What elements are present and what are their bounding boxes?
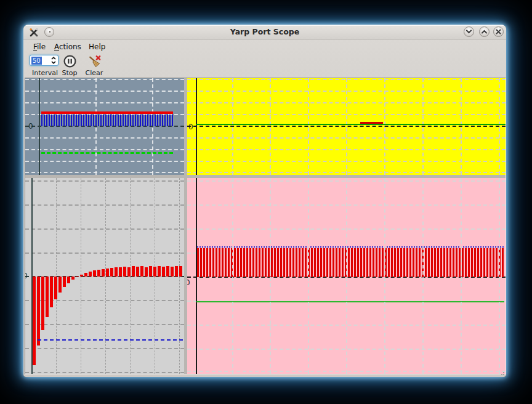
menu-item-help[interactable]: Help: [86, 42, 108, 52]
series-red-line: [41, 111, 173, 114]
bar: [119, 267, 122, 277]
h-gridline: [25, 161, 184, 162]
titlebar[interactable]: Yarp Port Scope: [23, 25, 506, 40]
bar: [127, 267, 131, 277]
v-gridline: [384, 178, 385, 374]
interval-label: Interval: [32, 69, 58, 77]
series-red-segment: [360, 122, 383, 124]
h-gridline: [25, 172, 184, 173]
close-icon: [494, 27, 503, 36]
bar: [58, 277, 62, 293]
bar: [76, 277, 79, 277]
interval-value: 50: [31, 57, 42, 65]
bar: [50, 277, 53, 307]
menu-item-file[interactable]: File: [30, 42, 49, 52]
stop-button[interactable]: Stop: [58, 54, 81, 77]
h-gridline: [25, 149, 184, 150]
bar: [140, 266, 143, 277]
h-gridline: [25, 79, 184, 80]
minimize-button[interactable]: [464, 26, 474, 37]
maximize-button[interactable]: [479, 26, 490, 37]
bar: [80, 275, 83, 277]
bar: [89, 272, 92, 277]
clear-label: Clear: [86, 69, 103, 77]
h-gridline: [25, 372, 184, 373]
zero-axis-label: 0: [25, 272, 28, 280]
h-gridline: [25, 252, 184, 254]
bar: [123, 267, 126, 277]
close-button[interactable]: [493, 26, 504, 37]
bar: [145, 267, 148, 277]
plot-bottom-left: 0: [25, 178, 184, 374]
chevron-up-icon: [480, 27, 489, 36]
toolbar: 50 Interval Stop: [23, 53, 506, 78]
h-gridline: [25, 324, 184, 325]
y-axis-line: [39, 78, 40, 175]
v-gridline: [232, 178, 233, 374]
v-gridline: [461, 178, 462, 374]
plot-bottom-right: 0: [187, 178, 506, 374]
v-gridline: [499, 178, 500, 374]
y-axis-line: [196, 78, 197, 175]
bar: [162, 267, 165, 277]
menu-item-actions[interactable]: Actions: [51, 42, 84, 52]
window-title: Yarp Port Scope: [23, 27, 506, 36]
zero-axis-label: 0: [188, 123, 193, 131]
bar: [136, 267, 139, 277]
h-gridline: [25, 204, 184, 206]
series-blue-comb: [41, 115, 173, 126]
bar: [37, 277, 40, 345]
h-gridline: [25, 102, 184, 103]
h-gridline: [25, 91, 184, 92]
series-green-line: [196, 124, 506, 125]
h-gridline: [25, 348, 184, 349]
bar: [54, 277, 57, 299]
zero-line: [187, 126, 506, 127]
broom-icon: [87, 54, 102, 68]
h-gridline: [25, 180, 184, 182]
bar: [166, 266, 169, 277]
zero-axis-label: 0: [187, 278, 190, 287]
stop-label: Stop: [62, 69, 77, 77]
bar: [158, 266, 161, 277]
pause-circle-icon: [63, 54, 77, 68]
series-blue-dotted-line: [197, 246, 504, 248]
chevron-down-icon: [464, 27, 474, 36]
series-green-line: [41, 152, 173, 154]
zero-axis-label: 0: [28, 122, 33, 131]
v-gridline: [346, 178, 347, 374]
series-red-comb: [197, 248, 504, 277]
plot-top-right: 0: [187, 78, 506, 175]
bar: [46, 277, 49, 317]
bar: [33, 277, 36, 365]
v-gridline: [422, 178, 424, 374]
bar: [63, 277, 66, 287]
bar: [106, 269, 109, 277]
plot-grid: 0 0 0 0: [25, 78, 506, 374]
series-green-line: [196, 301, 504, 302]
interval-spinbox[interactable]: 50: [30, 55, 58, 66]
bar: [67, 277, 70, 283]
spinner-arrows-icon[interactable]: [50, 56, 57, 65]
bar: [102, 269, 105, 277]
bar: [41, 277, 44, 330]
series-blue-dashed-line: [38, 339, 183, 341]
bar: [71, 277, 75, 280]
app-window: Yarp Port Scope File Actions Help: [23, 25, 506, 377]
bar: [115, 267, 118, 277]
clear-button[interactable]: Clear: [82, 54, 107, 77]
bar: [175, 266, 178, 277]
h-gridline: [25, 228, 184, 230]
bar: [93, 270, 96, 277]
bar: [153, 267, 156, 277]
bar: [179, 266, 182, 277]
desktop-background: Yarp Port Scope File Actions Help: [0, 0, 532, 404]
plot-top-left: 0: [25, 78, 184, 175]
bar: [110, 268, 113, 277]
h-gridline: [25, 137, 184, 139]
bar: [132, 266, 135, 277]
v-gridline: [270, 178, 271, 374]
menubar: File Actions Help: [23, 39, 506, 53]
bar: [171, 267, 174, 277]
bar: [97, 270, 100, 277]
